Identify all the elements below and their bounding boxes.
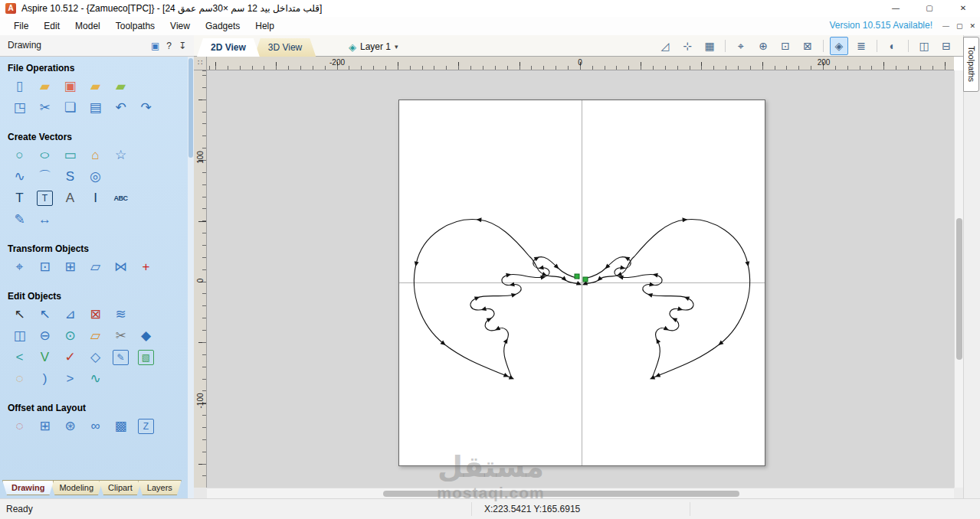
panel-scrollbar[interactable]: [188, 57, 194, 498]
heart-right-outline[interactable]: [634, 220, 750, 378]
heart-left-outline[interactable]: [414, 220, 529, 378]
draw-s-curve-icon[interactable]: S: [60, 167, 80, 187]
fillet-tool-icon[interactable]: <: [9, 348, 30, 367]
panel-help-icon[interactable]: ?: [166, 41, 172, 51]
trim-vectors-icon[interactable]: ✂: [110, 326, 131, 346]
draw-polygon-icon[interactable]: ⌂: [85, 145, 106, 165]
doc-minimize-button[interactable]: —: [942, 22, 949, 30]
selection-handle[interactable]: [575, 274, 579, 279]
panel-tab-clipart[interactable]: Clipart: [99, 480, 142, 495]
draw-text-icon[interactable]: T: [9, 188, 30, 208]
view-tab-2d-view[interactable]: 2D View: [197, 38, 260, 57]
heart-right-inner-upper[interactable]: [585, 256, 634, 284]
selection-handle[interactable]: [583, 277, 588, 282]
arc-tool-icon[interactable]: ): [34, 369, 55, 389]
tile-vertical-icon[interactable]: ⊟: [937, 37, 955, 55]
snap-nodes-icon[interactable]: ⊹: [678, 37, 696, 55]
doc-restore-button[interactable]: ▢: [956, 22, 963, 30]
panel-pin-icon[interactable]: ↧: [179, 41, 186, 51]
draw-arc-icon[interactable]: ⌒: [34, 167, 55, 187]
spray-edit-icon[interactable]: ≋: [110, 305, 131, 325]
draw-ellipse-icon[interactable]: ○: [29, 145, 61, 165]
drawing-sheet[interactable]: [398, 100, 765, 466]
pan-view-icon[interactable]: ⌖: [732, 37, 750, 55]
mirror-object-icon[interactable]: ⋈: [110, 257, 131, 277]
panel-tab-drawing[interactable]: Drawing: [2, 480, 54, 495]
open-file-icon[interactable]: ▰: [34, 77, 55, 96]
save-file-icon[interactable]: ▣: [60, 77, 80, 96]
draw-rectangle-icon[interactable]: ▭: [60, 145, 80, 165]
heart-left-inner-lower[interactable]: [470, 257, 579, 378]
menu-file[interactable]: File: [6, 18, 36, 35]
trace-bitmap-icon[interactable]: ✎: [9, 210, 30, 230]
vertical-scrollbar[interactable]: [954, 70, 963, 488]
auto-layout-icon[interactable]: Z: [138, 419, 154, 434]
import-vectors-icon[interactable]: ▰: [85, 77, 106, 96]
heart-left-piece[interactable]: [414, 220, 579, 378]
vector-boundary-icon[interactable]: ◌: [9, 369, 30, 389]
draw-star-icon[interactable]: ☆: [110, 145, 131, 165]
menu-edit[interactable]: Edit: [36, 18, 67, 35]
delete-object-icon[interactable]: ⊠: [85, 305, 106, 325]
horizontal-scrollbar-thumb[interactable]: [383, 491, 739, 497]
measure-angle-icon[interactable]: ◿: [656, 37, 674, 55]
export-vectors-icon[interactable]: ▰: [110, 77, 131, 96]
align-objects-icon[interactable]: +: [136, 257, 156, 277]
undo-icon[interactable]: ↶: [110, 98, 131, 118]
array-copy-icon[interactable]: ⊞: [34, 416, 55, 436]
horizontal-scrollbar[interactable]: [207, 488, 954, 498]
vertical-text-icon[interactable]: I: [85, 188, 106, 208]
close-button[interactable]: ✕: [946, 0, 980, 17]
distort-object-icon[interactable]: ▱: [85, 257, 106, 277]
menu-gadgets[interactable]: Gadgets: [198, 18, 247, 35]
draw-curve-icon[interactable]: ∿: [9, 167, 30, 187]
measure-tool-icon[interactable]: ⊿: [60, 305, 80, 325]
set-position-icon[interactable]: ⊞: [60, 257, 80, 277]
copy-along-path-icon[interactable]: ∞: [85, 416, 106, 436]
zoom-in-icon[interactable]: ⊕: [754, 37, 772, 55]
ruler-origin-button[interactable]: ∷: [194, 57, 207, 70]
maximize-button[interactable]: ▢: [913, 0, 946, 17]
snap-toggle-icon[interactable]: ◈: [830, 37, 848, 55]
minimize-button[interactable]: —: [879, 0, 913, 17]
doc-close-button[interactable]: ✕: [969, 22, 975, 30]
fit-curves-icon[interactable]: ✓: [60, 348, 80, 367]
panel-tab-layers[interactable]: Layers: [138, 480, 182, 495]
zoom-extents-icon[interactable]: ⊠: [798, 37, 817, 55]
heart-right-inner-lower[interactable]: [585, 257, 693, 378]
join-vectors-icon[interactable]: V: [34, 348, 55, 367]
set-size-icon[interactable]: ⊡: [34, 257, 55, 277]
heart-left-inner-upper[interactable]: [529, 256, 579, 284]
menu-help[interactable]: Help: [247, 18, 282, 35]
view-tab-3d-view[interactable]: 3D View: [254, 38, 316, 57]
panel-tab-modeling[interactable]: Modeling: [50, 480, 103, 495]
copy-icon[interactable]: ❏: [60, 98, 80, 118]
paste-icon[interactable]: ▤: [85, 98, 106, 118]
menu-toolpaths[interactable]: Toolpaths: [108, 18, 162, 35]
crop-bitmap-icon[interactable]: ▧: [138, 350, 154, 365]
grid-toggle-icon[interactable]: ▦: [700, 37, 719, 55]
weld-vectors-icon[interactable]: ◫: [9, 326, 30, 346]
version-available-link[interactable]: Version 10.515 Available!: [829, 17, 932, 34]
panel-dock-icon[interactable]: ▣: [151, 41, 159, 51]
layer-selector[interactable]: ◈ Layer 1 ▾: [349, 38, 398, 56]
circular-copy-icon[interactable]: ⊛: [60, 416, 80, 436]
edit-bitmap-icon[interactable]: ✎: [113, 350, 129, 365]
erase-vectors-icon[interactable]: ▱: [85, 326, 106, 346]
vector-texture-icon[interactable]: ◎: [85, 167, 106, 187]
redo-icon[interactable]: ↷: [136, 98, 156, 118]
menu-view[interactable]: View: [162, 18, 198, 35]
draw-text-box-icon[interactable]: T: [37, 191, 53, 206]
dimension-tool-icon[interactable]: ↔: [34, 210, 55, 230]
menu-model[interactable]: Model: [67, 18, 108, 35]
guides-toggle-icon[interactable]: ≣: [852, 37, 870, 55]
fill-vectors-icon[interactable]: ◆: [136, 326, 156, 346]
zoom-window-icon[interactable]: ⊡: [776, 37, 795, 55]
preview-shading-icon[interactable]: ◐: [883, 37, 902, 55]
vertical-scrollbar-thumb[interactable]: [956, 218, 962, 360]
new-file-icon[interactable]: ▯: [9, 77, 30, 96]
panel-scrollbar-thumb[interactable]: [188, 58, 193, 158]
toolpaths-flyout-tab[interactable]: Toolpaths: [963, 37, 979, 92]
nest-objects-icon[interactable]: ▩: [110, 416, 131, 436]
subtract-vectors-icon[interactable]: ⊖: [34, 326, 55, 346]
